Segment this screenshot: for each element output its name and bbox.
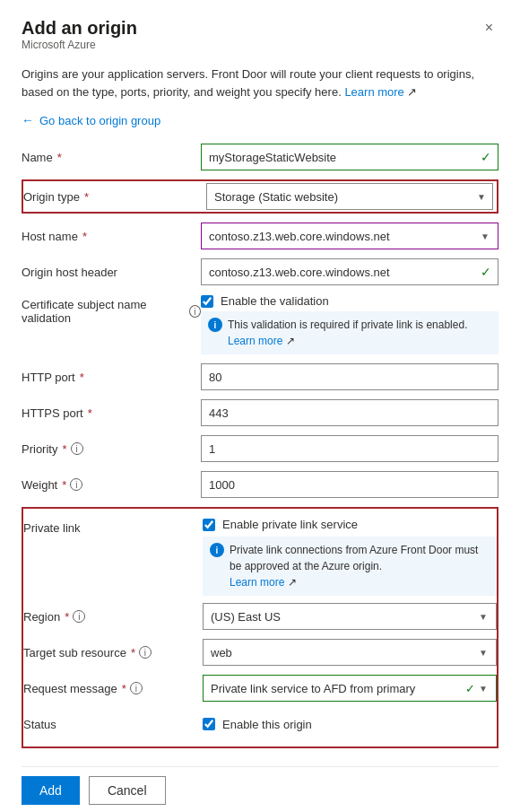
host-name-select-wrap: contoso.z13.web.core.windows.net ▼ xyxy=(201,223,498,249)
region-select-wrap: (US) East US (US) West US (US) Central U… xyxy=(203,603,497,630)
private-link-learn-more-link[interactable]: Learn more xyxy=(230,576,284,589)
status-row: Status Enable this origin xyxy=(23,711,497,738)
external-link-icon: ↗ xyxy=(407,85,417,99)
private-link-checkbox[interactable] xyxy=(203,519,215,531)
status-checkbox-row: Enable this origin xyxy=(203,718,312,731)
status-checkbox-label: Enable this origin xyxy=(222,718,312,731)
cert-validation-info-circle: i xyxy=(208,318,222,332)
private-link-info-circle: i xyxy=(210,543,224,557)
host-name-label: Host name * xyxy=(22,230,201,243)
origin-host-header-label: Origin host header xyxy=(22,266,201,279)
target-sub-resource-info-icon[interactable]: i xyxy=(139,646,152,659)
private-link-info-box: i Private link connections from Azure Fr… xyxy=(203,537,497,596)
private-link-checkbox-label: Enable private link service xyxy=(222,518,358,531)
back-link-label: Go back to origin group xyxy=(39,114,160,127)
http-port-input[interactable] xyxy=(201,363,498,390)
cert-validation-info-box: i This validation is required if private… xyxy=(201,311,498,354)
cert-validation-label: Certificate subject name validation i xyxy=(22,294,201,325)
origin-type-row: Origin type * Storage (Static website) C… xyxy=(22,179,498,214)
private-link-section: Private link Enable private link service… xyxy=(22,507,498,748)
private-link-info-text: Private link connections from Azure Fron… xyxy=(230,542,490,590)
request-message-select-wrap: Private link service to AFD from primary… xyxy=(203,675,497,702)
weight-label: Weight * i xyxy=(22,478,201,492)
origin-host-header-wrap: ✓ xyxy=(201,258,498,285)
http-port-row: HTTP port * xyxy=(22,363,498,390)
status-checkbox[interactable] xyxy=(203,718,215,730)
weight-input[interactable] xyxy=(201,471,498,498)
https-port-row: HTTPS port * xyxy=(22,399,498,426)
host-name-row: Host name * contoso.z13.web.core.windows… xyxy=(22,223,498,249)
priority-input[interactable] xyxy=(201,435,498,462)
private-link-row: Private link Enable private link service… xyxy=(23,518,497,596)
request-message-row: Request message * i Private link service… xyxy=(23,675,497,702)
panel-title: Add an origin xyxy=(22,18,137,39)
name-input-wrap: ✓ xyxy=(201,144,498,170)
origin-type-label: Origin type * xyxy=(23,190,203,204)
weight-info-icon[interactable]: i xyxy=(70,478,82,491)
add-button[interactable]: Add xyxy=(22,776,80,805)
target-sub-resource-row: Target sub resource * i web blob file ▼ xyxy=(23,639,497,666)
request-message-label: Request message * i xyxy=(23,682,203,695)
cert-validation-info-icon[interactable]: i xyxy=(189,305,201,318)
region-row: Region * i (US) East US (US) West US (US… xyxy=(23,603,497,630)
region-label: Region * i xyxy=(23,610,203,624)
private-link-controls: Enable private link service i Private li… xyxy=(203,518,497,596)
target-sub-resource-select[interactable]: web blob file xyxy=(203,639,497,666)
cancel-button[interactable]: Cancel xyxy=(89,776,166,805)
target-sub-resource-select-wrap: web blob file ▼ xyxy=(203,639,497,666)
request-message-info-icon[interactable]: i xyxy=(130,682,143,694)
origin-type-select[interactable]: Storage (Static website) Custom App Serv… xyxy=(206,183,493,210)
footer-buttons: Add Cancel xyxy=(22,766,498,805)
weight-row: Weight * i xyxy=(22,471,498,498)
request-message-select[interactable]: Private link service to AFD from primary xyxy=(203,675,497,702)
region-info-icon[interactable]: i xyxy=(73,610,85,623)
learn-more-link[interactable]: Learn more xyxy=(344,85,403,99)
name-row: Name * ✓ xyxy=(22,144,498,170)
status-label: Status xyxy=(23,718,203,731)
origin-host-header-input[interactable] xyxy=(201,258,498,285)
add-origin-panel: Add an origin Microsoft Azure × Origins … xyxy=(0,0,520,812)
cert-validation-checkbox-row: Enable the validation xyxy=(201,294,498,308)
priority-info-icon[interactable]: i xyxy=(71,442,83,455)
cert-validation-controls: Enable the validation i This validation … xyxy=(201,294,498,354)
back-to-origin-group-link[interactable]: ← Go back to origin group xyxy=(22,113,498,127)
origin-type-select-wrap: Storage (Static website) Custom App Serv… xyxy=(206,183,493,210)
title-block: Add an origin Microsoft Azure xyxy=(22,18,137,62)
cert-validation-info-text: This validation is required if private l… xyxy=(228,317,491,349)
name-check-icon: ✓ xyxy=(481,150,491,164)
description-text: Origins are your application servers. Fr… xyxy=(22,65,498,100)
https-port-input[interactable] xyxy=(201,399,498,426)
back-arrow-icon: ← xyxy=(22,113,34,127)
origin-host-header-row: Origin host header ✓ xyxy=(22,258,498,285)
private-link-checkbox-row: Enable private link service xyxy=(203,518,497,531)
panel-header: Add an origin Microsoft Azure × xyxy=(22,18,498,62)
http-port-label: HTTP port * xyxy=(22,371,201,384)
panel-subtitle: Microsoft Azure xyxy=(22,39,137,51)
cert-validation-external-icon: ↗ xyxy=(286,335,295,347)
target-sub-resource-label: Target sub resource * i xyxy=(23,646,203,659)
region-select[interactable]: (US) East US (US) West US (US) Central U… xyxy=(203,603,497,630)
cert-validation-checkbox[interactable] xyxy=(201,295,213,308)
host-name-select[interactable]: contoso.z13.web.core.windows.net xyxy=(201,223,498,249)
cert-validation-checkbox-label: Enable the validation xyxy=(221,294,329,308)
priority-label: Priority * i xyxy=(22,442,201,456)
cert-validation-learn-more-link[interactable]: Learn more xyxy=(228,335,282,347)
close-button[interactable]: × xyxy=(480,18,498,38)
private-link-label: Private link xyxy=(23,518,203,535)
name-input[interactable] xyxy=(201,144,498,170)
https-port-label: HTTPS port * xyxy=(22,406,201,420)
origin-host-header-check-icon: ✓ xyxy=(481,265,491,279)
name-label: Name * xyxy=(22,151,201,164)
private-link-external-icon: ↗ xyxy=(288,576,297,589)
priority-row: Priority * i xyxy=(22,435,498,462)
cert-validation-row: Certificate subject name validation i En… xyxy=(22,294,498,354)
